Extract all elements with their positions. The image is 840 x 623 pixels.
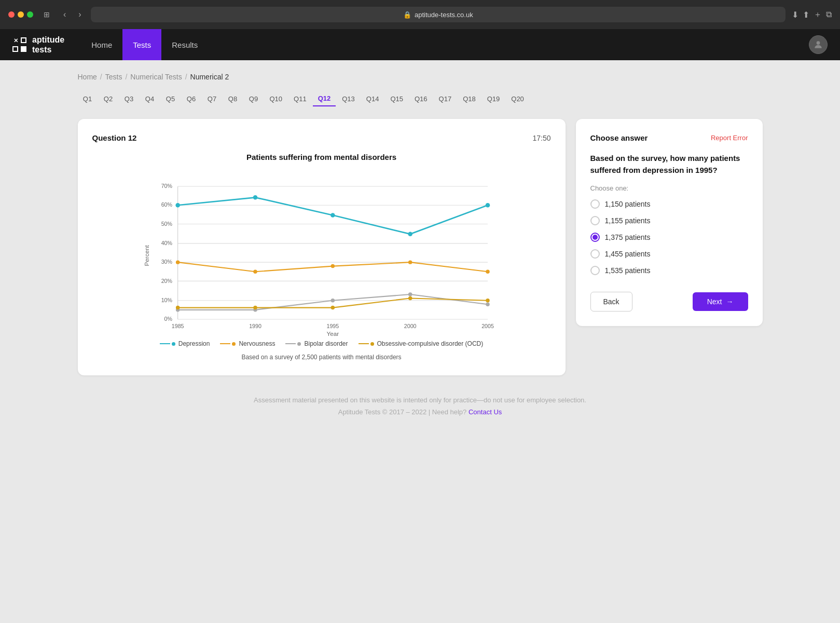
question-nav-btn-q8[interactable]: Q8 bbox=[223, 91, 243, 106]
radio-input-3[interactable] bbox=[590, 233, 600, 242]
breadcrumb: Home / Tests / Numerical Tests / Numeric… bbox=[78, 73, 763, 81]
question-nav-btn-q16[interactable]: Q16 bbox=[409, 91, 433, 106]
legend-bipolar: Bipolar disorder bbox=[285, 340, 348, 347]
traffic-lights bbox=[8, 11, 33, 18]
question-nav-btn-q18[interactable]: Q18 bbox=[458, 91, 481, 106]
legend-nervousness: Nervousness bbox=[220, 340, 275, 347]
choose-one-label: Choose one: bbox=[590, 184, 748, 192]
back-browser-button[interactable]: ‹ bbox=[60, 8, 69, 21]
svg-point-29 bbox=[485, 203, 490, 208]
svg-point-32 bbox=[331, 264, 334, 268]
question-nav-btn-q7[interactable]: Q7 bbox=[202, 91, 222, 106]
address-bar[interactable]: 🔒 aptitude-tests.co.uk bbox=[91, 7, 786, 22]
question-nav: Q1Q2Q3Q4Q5Q6Q7Q8Q9Q10Q11Q12Q13Q14Q15Q16Q… bbox=[78, 91, 763, 106]
svg-point-0 bbox=[817, 41, 820, 45]
report-error-button[interactable]: Report Error bbox=[711, 134, 748, 142]
question-nav-btn-q3[interactable]: Q3 bbox=[119, 91, 139, 106]
avatar[interactable] bbox=[809, 35, 828, 54]
svg-text:60%: 60% bbox=[161, 201, 172, 208]
legend-depression: Depression bbox=[160, 340, 210, 347]
next-arrow-icon: → bbox=[726, 297, 734, 306]
breadcrumb-current: Numerical 2 bbox=[190, 73, 229, 81]
radio-input-5[interactable] bbox=[590, 266, 600, 275]
question-nav-btn-q10[interactable]: Q10 bbox=[265, 91, 288, 106]
question-nav-btn-q20[interactable]: Q20 bbox=[506, 91, 529, 106]
svg-point-37 bbox=[331, 299, 334, 302]
answer-header: Choose answer Report Error bbox=[590, 133, 748, 142]
question-nav-btn-q12[interactable]: Q12 bbox=[313, 91, 336, 106]
radio-input-1[interactable] bbox=[590, 199, 600, 209]
svg-point-33 bbox=[408, 260, 411, 264]
new-tab-icon[interactable]: ＋ bbox=[814, 9, 822, 20]
breadcrumb-home[interactable]: Home bbox=[78, 73, 97, 81]
chart-subtitle: Based on a survey of 2,500 patients with… bbox=[92, 354, 551, 361]
share-icon[interactable]: ⬆ bbox=[803, 10, 809, 20]
svg-point-31 bbox=[253, 270, 257, 274]
nav-tests[interactable]: Tests bbox=[122, 29, 161, 60]
question-card: Question 12 17:50 Patients suffering fro… bbox=[78, 119, 566, 375]
windows-icon[interactable]: ⧉ bbox=[826, 10, 832, 19]
question-nav-btn-q14[interactable]: Q14 bbox=[361, 91, 384, 106]
svg-point-30 bbox=[175, 260, 179, 264]
maximize-button[interactable] bbox=[27, 11, 33, 18]
minimize-button[interactable] bbox=[18, 11, 24, 18]
question-nav-btn-q5[interactable]: Q5 bbox=[161, 91, 181, 106]
question-nav-btn-q6[interactable]: Q6 bbox=[182, 91, 201, 106]
radio-label-5: 1,535 patients bbox=[605, 266, 651, 275]
timer: 17:50 bbox=[532, 134, 550, 142]
breadcrumb-numerical-tests[interactable]: Numerical Tests bbox=[130, 73, 182, 81]
radio-input-2[interactable] bbox=[590, 216, 600, 225]
question-nav-btn-q4[interactable]: Q4 bbox=[140, 91, 160, 106]
breadcrumb-tests[interactable]: Tests bbox=[105, 73, 122, 81]
nav-results[interactable]: Results bbox=[161, 29, 208, 60]
svg-point-27 bbox=[331, 213, 335, 218]
svg-point-41 bbox=[253, 306, 257, 309]
svg-text:Percent: Percent bbox=[143, 245, 150, 266]
svg-text:10%: 10% bbox=[161, 297, 172, 303]
radio-option-5[interactable]: 1,535 patients bbox=[590, 266, 748, 275]
question-nav-btn-q15[interactable]: Q15 bbox=[385, 91, 408, 106]
radio-label-2: 1,155 patients bbox=[605, 216, 651, 225]
logo-text: aptitude tests bbox=[32, 35, 64, 55]
question-nav-btn-q13[interactable]: Q13 bbox=[337, 91, 360, 106]
question-nav-btn-q19[interactable]: Q19 bbox=[482, 91, 505, 106]
svg-text:2005: 2005 bbox=[481, 323, 494, 329]
navbar: ✕ aptitude tests Home Tests Results bbox=[0, 29, 840, 60]
disclaimer-text: Assessment material presented on this we… bbox=[88, 396, 752, 404]
radio-input-4[interactable] bbox=[590, 249, 600, 259]
question-nav-btn-q1[interactable]: Q1 bbox=[78, 91, 98, 106]
radio-option-3[interactable]: 1,375 patients bbox=[590, 233, 748, 242]
svg-text:0%: 0% bbox=[164, 316, 172, 322]
radio-option-1[interactable]: 1,150 patients bbox=[590, 199, 748, 209]
chart-svg: Percent 0% 10% 20% 30% 40% 50% bbox=[92, 170, 551, 336]
radio-label-3: 1,375 patients bbox=[605, 233, 651, 241]
footer: Assessment material presented on this we… bbox=[78, 375, 763, 426]
radio-option-4[interactable]: 1,455 patients bbox=[590, 249, 748, 259]
question-nav-btn-q9[interactable]: Q9 bbox=[244, 91, 264, 106]
svg-text:70%: 70% bbox=[161, 183, 172, 189]
svg-point-34 bbox=[486, 270, 489, 274]
radio-option-2[interactable]: 1,155 patients bbox=[590, 216, 748, 225]
download-icon[interactable]: ⬇ bbox=[792, 10, 798, 20]
nav-home[interactable]: Home bbox=[81, 29, 122, 60]
forward-browser-button[interactable]: › bbox=[75, 8, 84, 21]
question-nav-btn-q11[interactable]: Q11 bbox=[288, 91, 312, 106]
svg-text:Year: Year bbox=[326, 330, 339, 336]
close-button[interactable] bbox=[8, 11, 15, 18]
question-text: Based on the survey, how many patients s… bbox=[590, 153, 748, 176]
logo[interactable]: ✕ aptitude tests bbox=[12, 35, 64, 55]
page-content: Home / Tests / Numerical Tests / Numeric… bbox=[57, 60, 783, 439]
answer-panel: Choose answer Report Error Based on the … bbox=[576, 119, 763, 326]
chart-title: Patients suffering from mental disorders bbox=[92, 153, 551, 161]
contact-us-link[interactable]: Contact Us bbox=[469, 408, 502, 416]
question-nav-btn-q17[interactable]: Q17 bbox=[434, 91, 457, 106]
svg-text:2000: 2000 bbox=[404, 323, 416, 329]
action-buttons: Back Next → bbox=[590, 292, 748, 312]
sidebar-toggle-button[interactable]: ⊞ bbox=[39, 8, 54, 21]
nav-links: Home Tests Results bbox=[81, 29, 208, 60]
next-button[interactable]: Next → bbox=[693, 292, 748, 311]
svg-point-38 bbox=[408, 292, 411, 296]
back-button[interactable]: Back bbox=[590, 292, 632, 312]
question-nav-btn-q2[interactable]: Q2 bbox=[99, 91, 118, 106]
svg-text:30%: 30% bbox=[161, 259, 172, 265]
